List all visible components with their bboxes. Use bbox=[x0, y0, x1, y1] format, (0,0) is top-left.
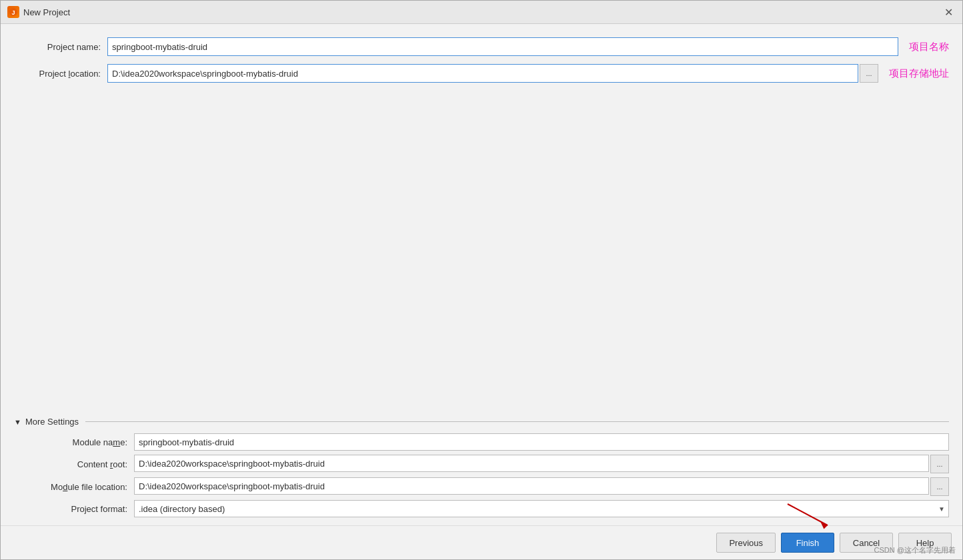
module-name-row: Module name: bbox=[14, 433, 949, 451]
previous-button[interactable]: Previous bbox=[716, 533, 776, 553]
more-settings-form: Module name: Content root: ... bbox=[14, 433, 949, 519]
project-format-label: Project format: bbox=[14, 504, 134, 514]
content-root-field-group: ... bbox=[134, 455, 949, 473]
module-file-location-label: Module file location: bbox=[14, 482, 134, 492]
module-name-label: Module name: bbox=[14, 437, 134, 447]
project-name-input[interactable] bbox=[107, 37, 898, 56]
project-name-annotation: 项目名称 bbox=[909, 41, 949, 53]
project-location-annotation: 项目存储地址 bbox=[889, 67, 949, 80]
project-name-label: Project name: bbox=[14, 42, 107, 52]
module-file-location-browse-button[interactable]: ... bbox=[930, 477, 949, 496]
dialog-title: New Project bbox=[23, 7, 937, 17]
content-root-input[interactable] bbox=[134, 455, 929, 472]
more-settings-divider bbox=[85, 421, 949, 422]
project-format-select-wrapper: .idea (directory based) .ipr (file based… bbox=[134, 500, 949, 517]
title-bar: J New Project ✕ bbox=[1, 1, 962, 24]
app-icon: J bbox=[7, 6, 19, 18]
svg-text:J: J bbox=[11, 9, 15, 16]
content-root-row: Content root: ... bbox=[14, 455, 949, 473]
dialog-body: Project name: 项目名称 Project location: ...… bbox=[1, 24, 962, 525]
collapse-arrow-icon[interactable]: ▼ bbox=[14, 418, 21, 426]
browse-button[interactable]: ... bbox=[860, 64, 878, 83]
project-format-row: Project format: .idea (directory based) … bbox=[14, 500, 949, 517]
project-location-row: Project location: ... 项目存储地址 bbox=[14, 64, 949, 83]
more-settings-title: More Settings bbox=[25, 417, 79, 427]
new-project-dialog: J New Project ✕ Project name: 项目名称 Proje… bbox=[0, 0, 963, 560]
watermark: CSDN @这个名字先用着 bbox=[874, 545, 956, 555]
content-root-label: Content root: bbox=[14, 459, 134, 469]
more-settings-section: ▼ More Settings Module name: Content roo… bbox=[14, 411, 949, 519]
project-format-select[interactable]: .idea (directory based) .ipr (file based… bbox=[134, 500, 949, 517]
module-file-location-input[interactable] bbox=[134, 477, 929, 495]
module-file-location-field-group: ... bbox=[134, 477, 949, 496]
dialog-footer: Previous Finish Cancel Help CSDN @这个名字先用… bbox=[1, 525, 962, 559]
close-button[interactable]: ✕ bbox=[941, 5, 956, 19]
project-name-row: Project name: 项目名称 bbox=[14, 37, 949, 56]
module-name-input[interactable] bbox=[134, 433, 949, 451]
content-root-browse-button[interactable]: ... bbox=[930, 455, 949, 473]
more-settings-header: ▼ More Settings bbox=[14, 411, 949, 427]
module-file-location-row: Module file location: ... bbox=[14, 477, 949, 496]
project-location-input[interactable] bbox=[107, 64, 858, 83]
project-location-field-group: ... bbox=[107, 64, 878, 83]
spacer bbox=[14, 91, 949, 411]
project-location-label: Project location: bbox=[14, 69, 107, 79]
finish-button[interactable]: Finish bbox=[781, 533, 834, 553]
